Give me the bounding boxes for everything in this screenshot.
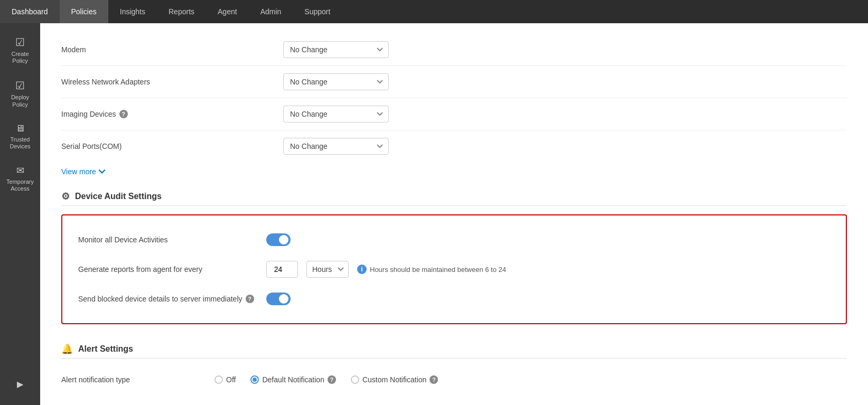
collapse-icon: ▶: [17, 380, 23, 389]
hours-dropdown[interactable]: Hours: [306, 261, 349, 278]
wireless-dropdown[interactable]: No Change: [283, 73, 389, 90]
generate-reports-row: Generate reports from agent for every Ho…: [78, 253, 830, 285]
sidebar-item-temporary-access[interactable]: ✉ Temporary Access: [0, 157, 40, 200]
alert-notification-label: Alert notification type: [61, 375, 199, 384]
radio-circle-custom: [351, 375, 359, 384]
modem-row: Modem No Change: [61, 34, 847, 66]
nav-item-policies[interactable]: Policies: [60, 0, 108, 23]
imaging-help-icon[interactable]: ?: [119, 110, 128, 118]
info-message-text: Hours should be maintained between 6 to …: [370, 266, 506, 274]
create-policy-icon: ☑: [15, 36, 25, 49]
wireless-label: Wireless Network Adapters: [61, 78, 283, 86]
nav-item-admin[interactable]: Admin: [249, 0, 293, 23]
toggle-slider-monitor: [266, 233, 291, 246]
imaging-control: No Change: [283, 106, 847, 123]
sidebar-collapse-button[interactable]: ▶: [12, 374, 29, 394]
device-settings-form: Modem No Change Wireless Network Adapter…: [61, 34, 847, 162]
send-blocked-help-icon[interactable]: ?: [246, 295, 254, 303]
hours-info-message: i Hours should be maintained between 6 t…: [357, 265, 506, 274]
main-content: Modem No Change Wireless Network Adapter…: [40, 23, 868, 405]
sidebar: ☑ Create Policy ☑ Deploy Policy 🖥 Truste…: [0, 23, 40, 405]
radio-item-custom[interactable]: Custom Notification ?: [351, 375, 438, 384]
monitor-activities-toggle[interactable]: [266, 233, 291, 246]
sidebar-item-temporary-access-label: Temporary Access: [4, 178, 36, 192]
sidebar-item-trusted-devices[interactable]: 🖥 Trusted Devices: [0, 116, 40, 157]
wireless-row: Wireless Network Adapters No Change: [61, 66, 847, 98]
serial-control: No Change: [283, 138, 847, 155]
modem-dropdown[interactable]: No Change: [283, 41, 389, 58]
monitor-activities-label: Monitor all Device Activities: [78, 236, 258, 244]
nav-item-support[interactable]: Support: [293, 0, 342, 23]
alert-settings-title: Alert Settings: [78, 344, 133, 354]
imaging-dropdown[interactable]: No Change: [283, 106, 389, 123]
sidebar-item-trusted-devices-label: Trusted Devices: [4, 136, 36, 150]
report-interval-input[interactable]: [266, 261, 298, 278]
sidebar-item-deploy-policy[interactable]: ☑ Deploy Policy: [0, 72, 40, 115]
default-notification-help-icon[interactable]: ?: [328, 375, 336, 384]
alert-radio-group: Off Default Notification ? Custom Notifi…: [214, 375, 438, 384]
send-blocked-label: Send blocked device details to server im…: [78, 295, 258, 303]
send-blocked-row: Send blocked device details to server im…: [78, 285, 830, 313]
top-navigation: Dashboard Policies Insights Reports Agen…: [0, 0, 868, 23]
radio-item-default[interactable]: Default Notification ?: [250, 375, 336, 384]
sidebar-item-deploy-policy-label: Deploy Policy: [4, 94, 36, 108]
alert-settings-section-header: 🔔 Alert Settings: [61, 337, 847, 358]
view-more-label: View more: [61, 167, 96, 176]
radio-label-custom: Custom Notification: [362, 375, 426, 384]
generate-reports-label: Generate reports from agent for every: [78, 265, 258, 274]
custom-notification-help-icon[interactable]: ?: [430, 375, 438, 384]
imaging-row: Imaging Devices ? No Change: [61, 98, 847, 130]
device-audit-box: Monitor all Device Activities Generate r…: [61, 214, 847, 324]
imaging-label: Imaging Devices ?: [61, 110, 283, 118]
nav-item-reports[interactable]: Reports: [157, 0, 206, 23]
nav-item-insights[interactable]: Insights: [108, 0, 157, 23]
chevron-down-icon: [98, 168, 106, 175]
monitor-activities-row: Monitor all Device Activities: [78, 226, 830, 253]
deploy-policy-icon: ☑: [15, 79, 25, 92]
send-blocked-toggle[interactable]: [266, 293, 291, 305]
sidebar-item-create-policy-label: Create Policy: [4, 51, 36, 64]
info-icon: i: [357, 265, 367, 274]
radio-circle-off: [214, 375, 223, 384]
modem-label: Modem: [61, 45, 283, 54]
trusted-devices-icon: 🖥: [15, 123, 25, 134]
radio-circle-default: [250, 375, 259, 384]
device-audit-icon: ⚙: [61, 191, 70, 202]
serial-dropdown[interactable]: No Change: [283, 138, 389, 155]
serial-label: Serial Ports(COM): [61, 142, 283, 150]
radio-item-off[interactable]: Off: [214, 375, 236, 384]
device-audit-section-header: ⚙ Device Audit Settings: [61, 184, 847, 205]
alert-settings-divider: [61, 358, 847, 359]
serial-row: Serial Ports(COM) No Change: [61, 130, 847, 162]
nav-item-dashboard[interactable]: Dashboard: [0, 0, 60, 23]
wireless-control: No Change: [283, 73, 847, 90]
radio-label-default: Default Notification: [262, 375, 324, 384]
alert-icon: 🔔: [61, 343, 73, 355]
app-layout: ☑ Create Policy ☑ Deploy Policy 🖥 Truste…: [0, 23, 868, 405]
alert-notification-row: Alert notification type Off Default Noti…: [61, 367, 847, 392]
device-audit-divider: [61, 205, 847, 206]
device-audit-title: Device Audit Settings: [75, 192, 162, 201]
nav-item-agent[interactable]: Agent: [206, 0, 249, 23]
radio-label-off: Off: [226, 375, 236, 384]
view-more-button[interactable]: View more: [61, 162, 847, 184]
temporary-access-icon: ✉: [16, 165, 24, 176]
sidebar-item-create-policy[interactable]: ☑ Create Policy: [0, 29, 40, 72]
modem-control: No Change: [283, 41, 847, 58]
toggle-slider-send-blocked: [266, 293, 291, 305]
